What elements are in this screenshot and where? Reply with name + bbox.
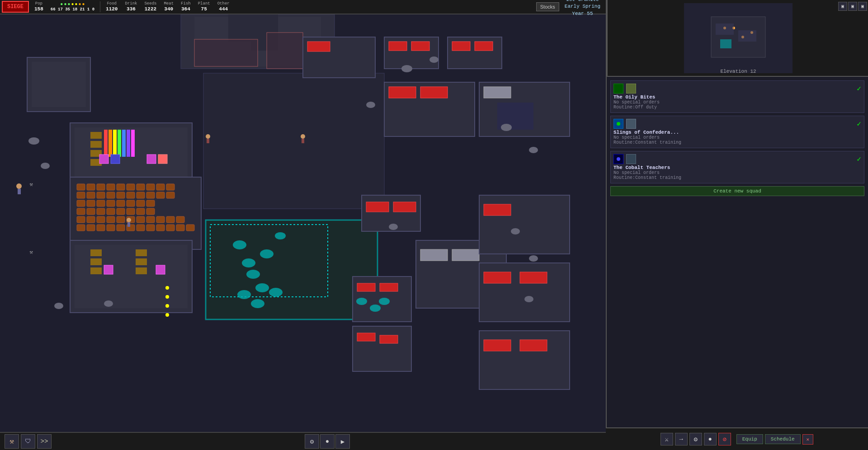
svg-rect-96	[166, 225, 175, 231]
bottom-icon-2[interactable]: 🛡	[21, 434, 35, 449]
panel-btn-2[interactable]: ▣	[848, 2, 857, 11]
svg-rect-34	[389, 87, 416, 98]
pop-icon-1: ●	[60, 2, 63, 7]
svg-rect-41	[87, 184, 95, 190]
svg-rect-23	[111, 155, 120, 164]
meat-label: Meat	[164, 1, 174, 6]
svg-point-107	[246, 270, 260, 279]
minimap-area: Elevation 12 ▣ ▣ ▣	[607, 0, 868, 77]
squad-icon-1	[613, 84, 623, 94]
svg-rect-114	[366, 202, 389, 212]
bottom-icon-3[interactable]: >>	[37, 434, 52, 449]
svg-point-147	[165, 295, 169, 299]
svg-rect-75	[146, 208, 155, 215]
svg-rect-54	[117, 192, 125, 198]
elevation-label: Elevation 12	[720, 69, 756, 74]
svg-rect-44	[117, 184, 125, 190]
bottom-center-icon-3[interactable]: ▶	[335, 434, 350, 449]
svg-rect-69	[87, 208, 95, 215]
svg-rect-90	[107, 225, 115, 231]
svg-rect-46	[137, 184, 145, 190]
create-squad-button[interactable]: Create new squad	[610, 186, 864, 196]
schedule-button[interactable]: Schedule	[765, 434, 801, 444]
squad-icon-2	[613, 119, 623, 129]
squad-orders-1: No special orders	[613, 100, 861, 105]
bottom-center-icon-2[interactable]: ●	[320, 434, 335, 449]
pop-icon-6: ●	[78, 2, 81, 7]
squad-orders-2: No special orders	[613, 135, 861, 140]
svg-rect-22	[99, 155, 108, 164]
squad-avatar-2	[626, 119, 636, 129]
mil-icon-dot[interactable]: ●	[704, 433, 717, 445]
svg-rect-24	[147, 155, 156, 164]
mil-icon-arrow[interactable]: →	[675, 433, 688, 445]
svg-rect-117	[420, 249, 448, 261]
svg-rect-89	[97, 225, 105, 231]
svg-rect-74	[137, 208, 145, 215]
meat-value: 340	[164, 6, 173, 12]
svg-point-156	[366, 102, 375, 108]
svg-rect-45	[127, 184, 135, 190]
stocks-button[interactable]: Stocks	[536, 2, 559, 11]
game-map[interactable]: ⚒ ⚒	[0, 14, 606, 450]
right-panel: Elevation 12 ▣ ▣ ▣ ✓ The Oily Bites No s…	[606, 0, 868, 450]
svg-rect-50	[77, 192, 85, 198]
svg-rect-170	[302, 139, 304, 143]
svg-point-104	[260, 249, 274, 258]
squad-checkmark-2[interactable]: ✓	[857, 119, 861, 128]
svg-rect-87	[77, 225, 85, 231]
svg-rect-82	[137, 216, 145, 223]
date-line2: Early Spring	[565, 3, 600, 10]
svg-point-123	[370, 305, 381, 312]
svg-point-167	[206, 134, 210, 139]
svg-rect-144	[104, 265, 113, 274]
svg-rect-97	[176, 225, 184, 231]
svg-rect-18	[90, 132, 102, 139]
svg-rect-101	[206, 220, 377, 319]
svg-rect-115	[393, 202, 416, 212]
svg-rect-49	[166, 184, 175, 190]
squad-slings[interactable]: ✓ Slings of Confedera... No special orde…	[610, 116, 864, 148]
pop-icon-5: ●	[75, 2, 77, 7]
bottom-center-icon-1[interactable]: ⚙	[305, 434, 319, 449]
mil-icon-gear[interactable]: ⚙	[689, 433, 702, 445]
center-bottom-icons: ⚙ ● ▶	[305, 434, 350, 449]
squad-oily-bites[interactable]: ✓ The Oily Bites No special orders Routi…	[610, 80, 864, 113]
squad-checkmark-3[interactable]: ✓	[857, 155, 861, 164]
drink-value: 336	[127, 6, 136, 12]
svg-rect-84	[156, 216, 165, 223]
seeds-label: Seeds	[144, 1, 156, 6]
svg-rect-126	[357, 333, 375, 341]
squad-cobalt-teachers[interactable]: ✓ The Cobalt Teachers No special orders …	[610, 151, 864, 183]
drink-section: Drink 336	[125, 1, 137, 12]
bottom-bar: ⚒ 🛡 >> ⚙ ● ▶	[0, 432, 606, 450]
equip-button[interactable]: Equip	[736, 434, 763, 444]
fish-label: Fish	[181, 1, 191, 6]
pop-label: Pop	[35, 1, 42, 6]
mil-icon-sword[interactable]: ⚔	[660, 433, 673, 445]
svg-rect-86	[176, 216, 184, 223]
pop-icon-2: ●	[64, 2, 66, 7]
meat-section: Meat 340	[164, 1, 174, 12]
svg-rect-129	[484, 204, 511, 216]
panel-btn-3[interactable]: ▣	[858, 2, 867, 11]
bottom-icon-1[interactable]: ⚒	[5, 434, 19, 449]
svg-rect-48	[156, 184, 165, 190]
date-line3: Year 55	[565, 10, 600, 17]
svg-point-163	[104, 300, 113, 307]
svg-rect-8	[32, 62, 86, 107]
squad-checkmark-1[interactable]: ✓	[857, 84, 861, 93]
svg-rect-62	[97, 200, 105, 206]
svg-point-109	[237, 290, 251, 299]
other-value: 444	[219, 6, 228, 12]
svg-rect-51	[87, 192, 95, 198]
military-panel: ✓ The Oily Bites No special orders Routi…	[607, 77, 868, 427]
panel-toggle-buttons: ▣ ▣ ▣	[838, 2, 867, 11]
svg-point-160	[511, 228, 520, 234]
svg-rect-42	[97, 184, 105, 190]
panel-btn-1[interactable]: ▣	[838, 2, 847, 11]
mil-icon-cancel[interactable]: ⊘	[718, 433, 731, 445]
svg-point-146	[165, 286, 169, 290]
close-button[interactable]: ✕	[802, 434, 814, 445]
svg-rect-28	[411, 42, 429, 51]
